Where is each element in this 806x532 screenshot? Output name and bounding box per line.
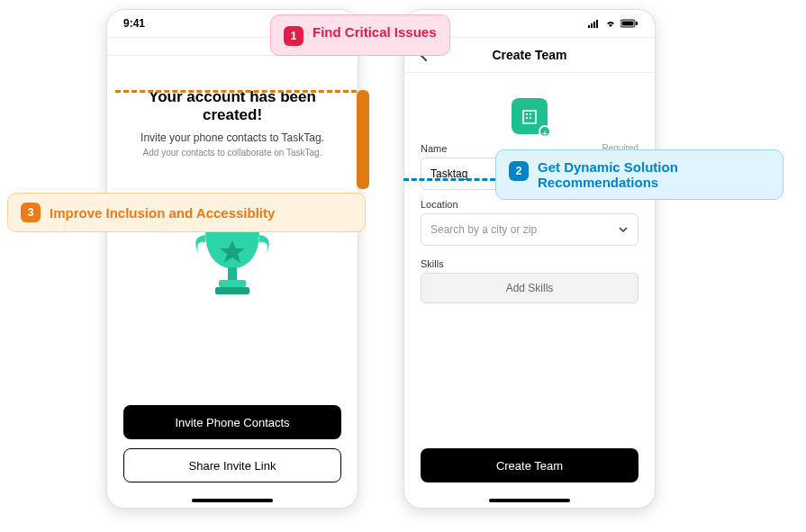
account-subtitle2: Add your contacts to collaborate on Task… bbox=[123, 148, 341, 158]
callout-1: 1 Find Critical Issues bbox=[270, 14, 450, 56]
home-indicator bbox=[192, 499, 273, 502]
skills-label: Skills bbox=[421, 258, 444, 269]
status-icons bbox=[588, 19, 638, 28]
svg-rect-14 bbox=[593, 22, 595, 28]
callout-2: 2 Get Dynamic Solution Recommendations bbox=[495, 149, 783, 200]
svg-rect-22 bbox=[526, 117, 528, 119]
left-buttons: Invite Phone Contacts Share Invite Link bbox=[123, 405, 341, 482]
svg-rect-21 bbox=[530, 113, 531, 115]
orange-dash bbox=[115, 90, 357, 93]
svg-rect-10 bbox=[219, 280, 246, 287]
location-label: Location bbox=[421, 199, 458, 210]
svg-rect-13 bbox=[591, 23, 593, 28]
add-skills-button[interactable]: Add Skills bbox=[421, 273, 638, 303]
callout-3-num: 3 bbox=[21, 203, 41, 222]
invite-contacts-button[interactable]: Invite Phone Contacts bbox=[123, 405, 341, 439]
home-indicator bbox=[489, 499, 570, 502]
callout-2-num: 2 bbox=[509, 161, 529, 181]
svg-rect-17 bbox=[622, 22, 634, 26]
callout-1-num: 1 bbox=[284, 26, 303, 46]
account-subtitle: Invite your phone contacts to TaskTag. bbox=[123, 131, 341, 144]
battery-icon bbox=[620, 19, 638, 28]
body-left: Your account has been created! Invite yo… bbox=[107, 56, 358, 320]
name-label: Name bbox=[421, 143, 447, 154]
signal-icon bbox=[588, 19, 601, 28]
building-icon bbox=[520, 106, 539, 126]
location-input[interactable]: Search by a city or zip bbox=[421, 213, 638, 246]
svg-rect-18 bbox=[636, 22, 638, 25]
svg-rect-9 bbox=[228, 267, 237, 280]
right-bottom: Create Team bbox=[421, 448, 638, 482]
header-title: Create Team bbox=[492, 48, 566, 62]
callout-3-text: Improve Inclusion and Accessiblity bbox=[50, 205, 275, 221]
phone-right: 9:41 Create Team + Name Required Tasktag bbox=[403, 9, 656, 509]
svg-rect-11 bbox=[215, 287, 249, 294]
account-created-title: Your account has been created! bbox=[123, 88, 341, 124]
callout-2-text: Get Dynamic Solution Recommendations bbox=[538, 159, 770, 190]
plus-badge-icon: + bbox=[539, 125, 551, 138]
location-placeholder: Search by a city or zip bbox=[430, 223, 537, 236]
chevron-down-icon bbox=[618, 224, 629, 235]
team-icon: + bbox=[512, 98, 548, 134]
svg-rect-12 bbox=[588, 25, 590, 28]
svg-rect-20 bbox=[526, 113, 528, 115]
wifi-icon bbox=[604, 19, 617, 28]
callout-3: 3 Improve Inclusion and Accessiblity bbox=[7, 193, 366, 232]
svg-rect-15 bbox=[596, 20, 598, 28]
create-team-button[interactable]: Create Team bbox=[421, 448, 638, 482]
blue-dash bbox=[403, 178, 495, 182]
share-invite-button[interactable]: Share Invite Link bbox=[123, 448, 341, 482]
phone-left: 9:41 Your account has been created! Invi… bbox=[106, 9, 358, 509]
svg-rect-23 bbox=[530, 117, 531, 119]
status-time: 9:41 bbox=[123, 17, 145, 30]
callout-1-text: Find Critical Issues bbox=[312, 24, 437, 40]
orange-accent-bar bbox=[357, 90, 369, 189]
